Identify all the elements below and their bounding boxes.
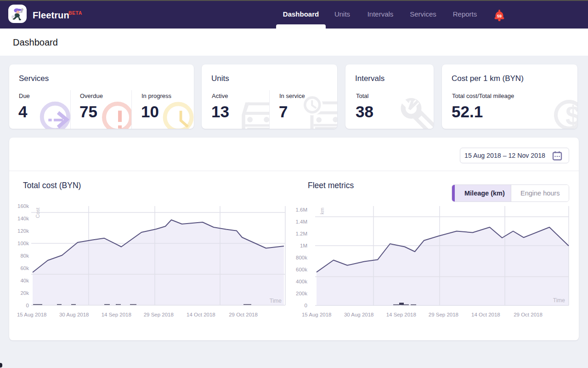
svg-text:120k: 120k [17,228,29,234]
svg-text:29 Oct 2018: 29 Oct 2018 [229,312,258,317]
svg-text:800k: 800k [296,255,307,260]
svg-text:1M: 1M [300,243,307,248]
svg-text:30 Aug 2018: 30 Aug 2018 [59,312,89,317]
svg-text:20k: 20k [20,290,29,296]
svg-text:29 Sep 2018: 29 Sep 2018 [429,312,458,317]
svg-text:km: km [319,207,325,214]
svg-text:60k: 60k [20,265,29,271]
svg-text:14 Oct 2018: 14 Oct 2018 [187,312,215,317]
svg-text:29 Sep 2018: 29 Sep 2018 [144,312,174,317]
svg-text:1.4M: 1.4M [295,219,307,224]
svg-text:140k: 140k [17,216,29,221]
svg-text:0: 0 [26,303,29,308]
svg-text:1.2M: 1.2M [295,231,307,236]
svg-text:160k: 160k [17,203,29,209]
svg-text:Cost: Cost [35,207,40,218]
svg-text:Time: Time [553,297,565,304]
svg-text:400k: 400k [296,279,307,284]
svg-text:1.6M: 1.6M [295,207,307,213]
svg-text:Total cost (BYN): Total cost (BYN) [23,181,81,190]
svg-text:200k: 200k [296,291,307,296]
svg-text:$: $ [565,101,577,129]
svg-text:15 Aug 2018: 15 Aug 2018 [302,312,332,317]
svg-text:40k: 40k [20,278,29,283]
svg-text:59: 59 [497,14,502,18]
svg-text:14 Sep 2018: 14 Sep 2018 [386,312,416,317]
svg-text:29 Oct 2018: 29 Oct 2018 [514,312,543,317]
svg-text:80k: 80k [20,253,29,259]
svg-text:0: 0 [305,303,307,308]
svg-text:100k: 100k [17,241,29,246]
svg-text:15 Aug 2018: 15 Aug 2018 [17,312,47,317]
svg-text:Time: Time [270,298,282,304]
svg-text:Fleet metrics: Fleet metrics [308,181,354,190]
svg-text:600k: 600k [296,267,307,272]
svg-text:14 Oct 2018: 14 Oct 2018 [471,312,500,317]
svg-text:14 Sep 2018: 14 Sep 2018 [102,312,131,317]
svg-text:30 Aug 2018: 30 Aug 2018 [344,312,374,317]
